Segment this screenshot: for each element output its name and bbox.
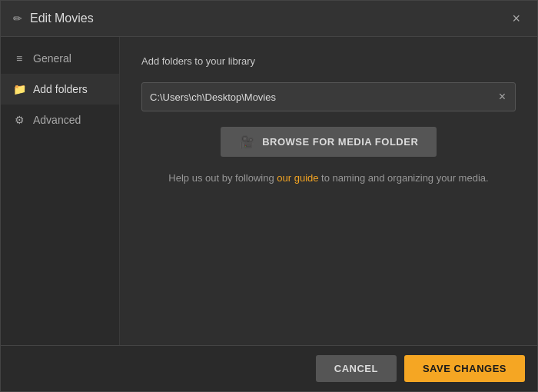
main-content: Add folders to your library × 🎥 BROWSE F… xyxy=(120,37,537,345)
help-text-prefix: Help us out by following xyxy=(168,172,277,184)
clear-folder-button[interactable]: × xyxy=(497,91,507,103)
save-changes-button[interactable]: SAVE CHANGES xyxy=(404,355,525,382)
sidebar-item-advanced[interactable]: ⚙ Advanced xyxy=(1,105,119,135)
sidebar-item-label: Advanced xyxy=(33,114,81,126)
folder-input-row: × xyxy=(141,82,516,111)
sidebar-item-general[interactable]: ≡ General xyxy=(1,43,119,74)
folder-icon: 📁 xyxy=(13,83,25,95)
browse-media-folder-button[interactable]: 🎥 BROWSE FOR MEDIA FOLDER xyxy=(221,127,437,157)
sidebar-item-label: Add folders xyxy=(33,83,88,95)
gear-icon: ⚙ xyxy=(13,114,25,126)
dialog-footer: CANCEL SAVE CHANGES xyxy=(1,345,537,391)
menu-icon: ≡ xyxy=(13,52,25,65)
edit-movies-dialog: ✏ Edit Movies × ≡ General 📁 Add folders … xyxy=(0,0,538,392)
pencil-icon: ✏ xyxy=(13,12,22,25)
spacer xyxy=(141,196,516,327)
dialog-title: Edit Movies xyxy=(30,12,94,25)
help-text-suffix: to naming and organizing your media. xyxy=(319,172,489,184)
our-guide-link[interactable]: our guide xyxy=(277,172,318,184)
dialog-title-area: ✏ Edit Movies xyxy=(13,12,94,25)
close-button[interactable]: × xyxy=(507,10,525,27)
help-text: Help us out by following our guide to na… xyxy=(141,172,516,184)
folder-path-input[interactable] xyxy=(150,91,497,103)
cancel-button[interactable]: CANCEL xyxy=(316,355,397,382)
sidebar-item-add-folders[interactable]: 📁 Add folders xyxy=(1,74,119,105)
sidebar: ≡ General 📁 Add folders ⚙ Advanced xyxy=(1,37,120,345)
section-title: Add folders to your library xyxy=(141,55,516,67)
browse-button-label: BROWSE FOR MEDIA FOLDER xyxy=(262,136,418,148)
sidebar-item-label: General xyxy=(33,52,71,65)
camera-icon: 🎥 xyxy=(239,135,255,149)
dialog-body: ≡ General 📁 Add folders ⚙ Advanced Add f… xyxy=(1,37,537,345)
dialog-header: ✏ Edit Movies × xyxy=(1,1,537,37)
